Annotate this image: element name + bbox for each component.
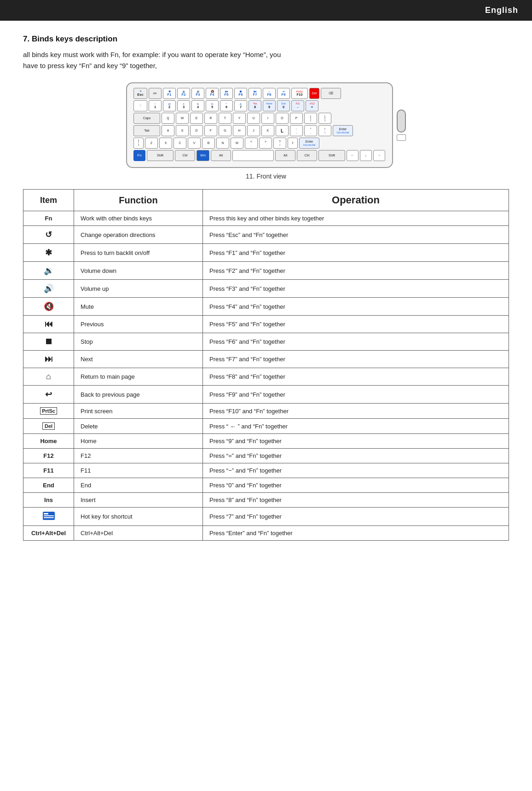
table-row: Hot key for shortcutPress “7” and “Fn” t…	[23, 508, 509, 526]
table-row: F11F11Press “−” and “Fn” together	[23, 463, 509, 478]
table-cell-item: ✱	[23, 244, 74, 262]
table-cell-item: ⏹	[23, 333, 74, 351]
table-row: InsInsertPress “8” and “Fn” together	[23, 493, 509, 508]
table-cell-function: Return to main page	[74, 368, 203, 386]
table-row: ⏹StopPress “F6” and “Fn” together	[23, 333, 509, 351]
table-cell-operation: Press this key and other binds key toget…	[203, 211, 509, 226]
svg-rect-2	[44, 515, 54, 516]
table-cell-function: Volume up	[74, 280, 203, 298]
keyboard-caption: 11. Front view	[23, 173, 509, 180]
table-cell-item: PrtSc	[23, 404, 74, 419]
table-cell-item: ⏭	[23, 351, 74, 368]
table-cell-item: Ctrl+Alt+Del	[23, 526, 74, 541]
table-cell-function: Next	[74, 351, 203, 368]
table-cell-function: Stop	[74, 333, 203, 351]
table-cell-operation: Press “F8” and “Fn” together	[203, 368, 509, 386]
table-cell-function: Volume down	[74, 262, 203, 280]
table-cell-item: ⌂	[23, 368, 74, 386]
header-title: English	[485, 6, 518, 15]
touchpad-button	[397, 134, 406, 141]
table-row: PrtScPrint screenPress “F10” and “Fn” to…	[23, 404, 509, 419]
table-cell-item: ↺	[23, 226, 74, 244]
table-cell-function: Insert	[74, 493, 203, 508]
table-cell-function: Back to previous page	[74, 386, 203, 404]
table-row: HomeHomePress “9” and “Fn” together	[23, 434, 509, 449]
table-cell-operation: Press “F1” and “Fn” together	[203, 244, 509, 262]
table-cell-function: F12	[74, 449, 203, 463]
table-cell-operation: Press “0” and “Fn” together	[203, 478, 509, 493]
table-cell-item: Ins	[23, 493, 74, 508]
table-cell-operation: Press “8” and “Fn” together	[203, 493, 509, 508]
table-cell-operation: Press “F4” and “Fn” together	[203, 298, 509, 316]
header: English	[0, 0, 532, 21]
table-cell-operation: Press “=” and “Fn” together	[203, 449, 509, 463]
table-cell-item: Del	[23, 419, 74, 434]
table-cell-function: F11	[74, 463, 203, 478]
section-title: 7. Binds keys description	[23, 35, 509, 44]
table-cell-item	[23, 508, 74, 526]
table-cell-operation: Press “ ← ” and “Fn” together	[203, 419, 509, 434]
table-cell-item: 🔇	[23, 298, 74, 316]
svg-rect-1	[44, 513, 48, 514]
table-cell-operation: Press “7” and “Fn” together	[203, 508, 509, 526]
table-row: ↩Back to previous pagePress “F9” and “Fn…	[23, 386, 509, 404]
table-cell-function: Hot key for shortcut	[74, 508, 203, 526]
table-cell-operation: Press “F5” and “Fn” together	[203, 316, 509, 333]
table-row: ⌂Return to main pagePress “F8” and “Fn” …	[23, 368, 509, 386]
table-cell-item: 🔉	[23, 262, 74, 280]
svg-rect-3	[44, 517, 54, 518]
table-row: ⏭NextPress “F7” and “Fn” together	[23, 351, 509, 368]
table-cell-function: Mute	[74, 298, 203, 316]
keyboard-scroll-area	[397, 110, 406, 141]
table-cell-function: Ctrl+Alt+Del	[74, 526, 203, 541]
keyboard-diagram: 👁 Esc RF ✱ F1 🔉 F2 🔊 F3	[23, 82, 509, 168]
table-cell-operation: Press “9” and “Fn” together	[203, 434, 509, 449]
table-row: F12F12Press “=” and “Fn” together	[23, 449, 509, 463]
table-row: ⏮PreviousPress “F5” and “Fn” together	[23, 316, 509, 333]
table-cell-item: 🔊	[23, 280, 74, 298]
table-cell-operation: Press “F3” and “Fn” together	[203, 280, 509, 298]
table-cell-operation: Press “Enter” and “Fn” together	[203, 526, 509, 541]
table-cell-operation: Press “Esc” and “Fn” together	[203, 226, 509, 244]
table-cell-function: Delete	[74, 419, 203, 434]
keyboard: 👁 Esc RF ✱ F1 🔉 F2 🔊 F3	[126, 82, 393, 168]
table-cell-operation: Press “F10” and “Fn” together	[203, 404, 509, 419]
table-cell-item: ⏮	[23, 316, 74, 333]
table-cell-function: Previous	[74, 316, 203, 333]
table-cell-item: ↩	[23, 386, 74, 404]
table-cell-item: F11	[23, 463, 74, 478]
table-row: Ctrl+Alt+DelCtrl+Alt+DelPress “Enter” an…	[23, 526, 509, 541]
table-cell-function: Change operation directions	[74, 226, 203, 244]
table-cell-operation: Press “F9” and “Fn” together	[203, 386, 509, 404]
main-content: 7. Binds keys description all binds key …	[0, 21, 532, 554]
table-row: 🔇MutePress “F4” and “Fn” together	[23, 298, 509, 316]
table-row: FnWork with other binds keysPress this k…	[23, 211, 509, 226]
table-row: ✱Press to turn backlit on/offPress “F1” …	[23, 244, 509, 262]
table-row: DelDeletePress “ ← ” and “Fn” together	[23, 419, 509, 434]
scroll-wheel	[397, 110, 406, 133]
table-cell-item: End	[23, 478, 74, 493]
table-row: 🔉Volume downPress “F2” and “Fn” together	[23, 262, 509, 280]
intro-text: all binds key must work with Fn, for exa…	[23, 49, 509, 71]
col-item: Item	[23, 190, 74, 211]
table-cell-function: Print screen	[74, 404, 203, 419]
table-cell-operation: Press “−” and “Fn” together	[203, 463, 509, 478]
table-row: EndEndPress “0” and “Fn” together	[23, 478, 509, 493]
table-cell-operation: Press “F7” and “Fn” together	[203, 351, 509, 368]
table-cell-function: Press to turn backlit on/off	[74, 244, 203, 262]
table-cell-item: Home	[23, 434, 74, 449]
table-cell-item: F12	[23, 449, 74, 463]
table-cell-item: Fn	[23, 211, 74, 226]
binds-table: Item Function Operation FnWork with othe…	[23, 189, 509, 541]
table-cell-operation: Press “F6” and “Fn” together	[203, 333, 509, 351]
col-function: Function	[74, 190, 203, 211]
table-cell-function: End	[74, 478, 203, 493]
table-cell-function: Work with other binds keys	[74, 211, 203, 226]
col-operation: Operation	[203, 190, 509, 211]
table-row: 🔊Volume upPress “F3” and “Fn” together	[23, 280, 509, 298]
table-row: ↺Change operation directionsPress “Esc” …	[23, 226, 509, 244]
table-cell-function: Home	[74, 434, 203, 449]
table-cell-operation: Press “F2” and “Fn” together	[203, 262, 509, 280]
